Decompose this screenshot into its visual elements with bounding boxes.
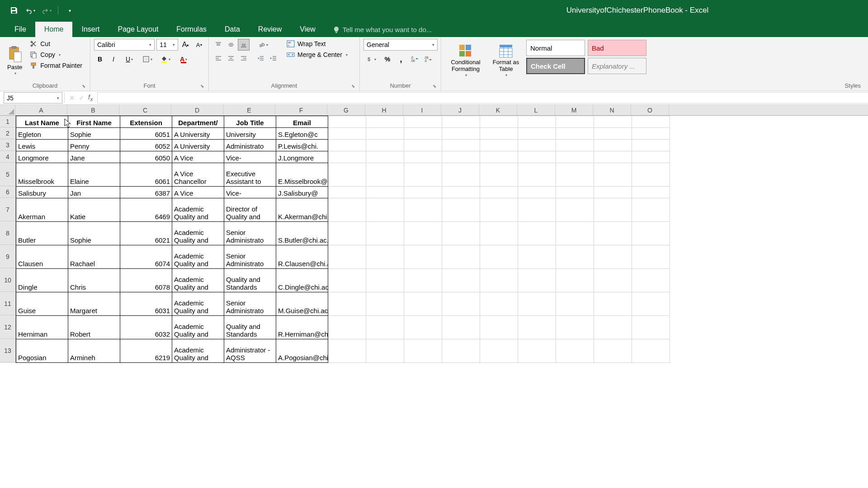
cell[interactable]	[442, 222, 480, 245]
style-normal[interactable]: Normal	[526, 40, 585, 56]
cell[interactable]	[518, 140, 556, 151]
cell[interactable]: S.Egleton@c	[276, 128, 328, 140]
cell[interactable]: Academic Quality and	[172, 222, 224, 245]
cell[interactable]: A Vice	[172, 151, 224, 163]
align-left-button[interactable]	[212, 52, 224, 64]
column-header[interactable]: H	[365, 105, 403, 115]
cell[interactable]: 6078	[120, 269, 172, 292]
align-right-button[interactable]	[238, 52, 250, 64]
conditional-formatting-button[interactable]: Conditional Formatting▾	[445, 39, 486, 82]
tab-page-layout[interactable]: Page Layout	[108, 22, 167, 37]
decrease-decimal-button[interactable]: .00.0	[422, 53, 434, 65]
cell[interactable]	[442, 316, 480, 339]
cell[interactable]: J.Longmore	[276, 151, 328, 163]
cell[interactable]	[480, 339, 518, 363]
row-header[interactable]: 5	[0, 163, 15, 186]
formula-input[interactable]	[97, 92, 868, 103]
decrease-font-button[interactable]: A▾	[193, 39, 205, 51]
format-as-table-button[interactable]: Format as Table▾	[488, 39, 524, 82]
insert-function-icon[interactable]: fx	[88, 93, 93, 103]
cell[interactable]	[442, 339, 480, 363]
cell[interactable]: A Vice Chancellor	[172, 163, 224, 187]
cell[interactable]	[480, 140, 518, 151]
cancel-formula-icon[interactable]: ✕	[69, 94, 75, 102]
cell[interactable]	[366, 163, 404, 187]
cell[interactable]	[404, 116, 442, 128]
cell[interactable]: 6050	[120, 151, 172, 163]
cell[interactable]	[480, 116, 518, 128]
comma-button[interactable]: ,	[395, 53, 407, 65]
column-header[interactable]: G	[327, 105, 365, 115]
cell[interactable]: Butler	[16, 222, 68, 245]
cell[interactable]: 6469	[120, 198, 172, 222]
cell[interactable]	[366, 222, 404, 245]
cell[interactable]: 6031	[120, 292, 172, 316]
cell[interactable]	[480, 163, 518, 187]
cell[interactable]	[632, 140, 670, 151]
cell[interactable]	[518, 339, 556, 363]
cell[interactable]	[404, 163, 442, 187]
cell[interactable]	[518, 151, 556, 163]
increase-indent-button[interactable]	[268, 52, 279, 64]
cell[interactable]: Senior Administrato	[224, 245, 276, 269]
cell[interactable]	[632, 245, 670, 269]
tab-file[interactable]: File	[5, 22, 35, 37]
cell[interactable]	[480, 198, 518, 222]
cell[interactable]	[480, 245, 518, 269]
cell[interactable]	[480, 187, 518, 198]
cell[interactable]: Executive Assistant to	[224, 163, 276, 187]
select-all-button[interactable]	[0, 105, 15, 115]
cell[interactable]	[442, 198, 480, 222]
cell[interactable]	[556, 222, 594, 245]
font-dialog-launcher[interactable]: ⬊	[200, 84, 207, 90]
cell[interactable]: K.Akerman@chi.ac.uk	[276, 198, 328, 222]
cell[interactable]	[556, 187, 594, 198]
cell[interactable]: Senior Administrato	[224, 222, 276, 245]
undo-icon[interactable]: ▾	[25, 5, 35, 15]
cell[interactable]: Academic Quality and	[172, 245, 224, 269]
cell[interactable]	[328, 198, 366, 222]
row-header[interactable]: 8	[0, 221, 15, 245]
cell[interactable]: Jan	[68, 187, 120, 198]
cell[interactable]: Salisbury	[16, 187, 68, 198]
row-header[interactable]: 7	[0, 198, 15, 221]
cell[interactable]	[556, 163, 594, 187]
cell[interactable]	[480, 316, 518, 339]
cell[interactable]: Email	[276, 116, 328, 128]
column-header[interactable]: B	[67, 105, 119, 115]
cell[interactable]	[442, 187, 480, 198]
cell[interactable]: Akerman	[16, 198, 68, 222]
tab-data[interactable]: Data	[216, 22, 249, 37]
cell[interactable]	[632, 269, 670, 292]
cell[interactable]: 6021	[120, 222, 172, 245]
cell[interactable]	[442, 292, 480, 316]
paste-button[interactable]: Paste ▾	[4, 39, 26, 82]
cell[interactable]: Sophie	[68, 222, 120, 245]
cell[interactable]: 6061	[120, 163, 172, 187]
align-center-button[interactable]	[225, 52, 237, 64]
cell[interactable]	[594, 339, 632, 363]
accounting-format-button[interactable]: $▾	[363, 53, 380, 65]
tab-insert[interactable]: Insert	[72, 22, 108, 37]
column-header[interactable]: F	[275, 105, 327, 115]
cell[interactable]	[328, 151, 366, 163]
cell[interactable]	[404, 128, 442, 140]
cell[interactable]: A University	[172, 140, 224, 151]
cut-button[interactable]: Cut	[28, 39, 84, 49]
font-color-button[interactable]: A ▾	[175, 53, 192, 65]
cell[interactable]	[366, 116, 404, 128]
font-size-combo[interactable]: 11▾	[156, 39, 178, 51]
cell[interactable]	[366, 140, 404, 151]
cell[interactable]: Senior Administrato	[224, 292, 276, 316]
enter-formula-icon[interactable]: ✓	[79, 94, 85, 102]
cell[interactable]	[328, 269, 366, 292]
cell[interactable]	[556, 128, 594, 140]
cell[interactable]	[594, 292, 632, 316]
cell[interactable]	[328, 316, 366, 339]
cell[interactable]	[518, 316, 556, 339]
cell[interactable]	[518, 163, 556, 187]
cell[interactable]: Jane	[68, 151, 120, 163]
cell[interactable]	[328, 339, 366, 363]
cell[interactable]	[594, 163, 632, 187]
column-header[interactable]: M	[555, 105, 593, 115]
